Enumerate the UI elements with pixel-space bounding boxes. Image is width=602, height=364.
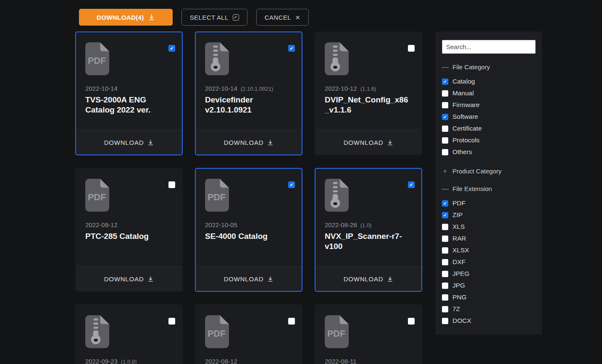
pdf-file-icon: PDF	[85, 42, 110, 76]
checkbox-icon	[442, 271, 448, 277]
download-icon	[387, 276, 393, 282]
filter-option-software[interactable]: Software	[442, 111, 536, 123]
selection-toolbar: DOWNLOAD(4) SELECT ALL CANCEL ×	[79, 9, 309, 26]
card-body[interactable]: 2022-10-14(2.10.1.0921) Devicefinder v2.…	[196, 32, 302, 130]
file-title: NVX_IP_Scanner-r7-v100	[325, 231, 411, 251]
filter-option-jpeg[interactable]: JPEG	[442, 268, 536, 280]
card-download-label: DOWNLOAD	[224, 139, 264, 146]
cancel-button[interactable]: CANCEL ×	[256, 9, 309, 26]
card-body[interactable]: 2022-10-12(1.1.6) DVIP_Net_Config_x86_v1…	[315, 32, 421, 130]
filter-option-others[interactable]: Others	[442, 146, 536, 158]
file-card-grid: PDF 2022-10-14 TVS-2000A ENG Catalog 202…	[75, 31, 422, 364]
filter-option-png[interactable]: PNG	[442, 291, 536, 303]
card-checkbox[interactable]	[288, 181, 295, 188]
file-card[interactable]: 2022-10-14(2.10.1.0921) Devicefinder v2.…	[195, 31, 302, 155]
checkbox-icon	[442, 137, 448, 144]
file-title: Devicefinder v2.10.1.0921	[205, 95, 292, 115]
pdf-file-icon: PDF	[85, 178, 110, 212]
file-card[interactable]: 2022-10-12(1.1.6) DVIP_Net_Config_x86_v1…	[315, 31, 422, 155]
filter-option-certificate[interactable]: Certificate	[442, 123, 536, 134]
select-all-button[interactable]: SELECT ALL	[181, 9, 247, 26]
card-download-button[interactable]: DOWNLOAD	[196, 130, 302, 155]
svg-text:PDF: PDF	[327, 328, 345, 339]
card-download-label: DOWNLOAD	[344, 139, 384, 146]
card-body[interactable]: PDF 2022-08-12	[196, 305, 302, 364]
download-icon	[147, 276, 154, 282]
card-checkbox[interactable]	[168, 45, 175, 52]
expand-icon: +	[442, 167, 448, 175]
card-download-button[interactable]: DOWNLOAD	[76, 266, 182, 291]
filter-option-firmware[interactable]: Firmware	[442, 99, 536, 111]
checkbox-icon	[442, 294, 448, 301]
checkbox-icon	[442, 318, 448, 324]
pdf-file-icon: PDF	[205, 178, 230, 212]
checkbox-icon	[442, 212, 448, 218]
filter-option-zip[interactable]: ZIP	[442, 209, 536, 221]
search-input[interactable]	[442, 40, 536, 54]
file-card[interactable]: 2022-08-26(1.0) NVX_IP_Scanner-r7-v100 D…	[315, 168, 422, 292]
file-card[interactable]: PDF 2022-08-12 DOWNLOAD	[195, 304, 302, 364]
file-version: (1.0)	[360, 222, 372, 228]
card-body[interactable]: PDF 2022-10-14 TVS-2000A ENG Catalog 202…	[76, 32, 182, 130]
pdf-file-icon: PDF	[325, 315, 350, 348]
select-all-checkbox-icon	[233, 14, 239, 21]
card-download-button[interactable]: DOWNLOAD	[315, 130, 421, 155]
card-body[interactable]: PDF 2022-08-11	[315, 305, 421, 364]
card-checkbox[interactable]	[288, 318, 295, 325]
checkbox-icon	[442, 114, 448, 120]
download-icon	[267, 276, 273, 282]
card-checkbox[interactable]	[408, 318, 415, 325]
filter-option-docx[interactable]: DOCX	[442, 315, 536, 327]
card-checkbox[interactable]	[408, 45, 415, 52]
card-checkbox[interactable]	[168, 318, 175, 325]
file-title: SE-4000 Catalog	[205, 231, 292, 241]
checkbox-icon	[442, 224, 448, 230]
checkbox-icon	[442, 79, 448, 85]
file-card[interactable]: PDF 2022-09-12 PTC-285 Catalog DOWNLOAD	[75, 168, 183, 292]
file-extension-list: PDF ZIP XLS RAR XLSX DXF JPEG JPG PNG 7Z…	[442, 197, 536, 327]
card-body[interactable]: PDF 2022-10-05 SE-4000 Catalog	[196, 169, 302, 266]
file-date: 2022-10-14	[85, 85, 118, 92]
checkbox-icon	[442, 126, 448, 132]
card-checkbox[interactable]	[288, 45, 295, 52]
close-icon: ×	[295, 13, 300, 21]
file-card[interactable]: PDF 2022-10-05 SE-4000 Catalog DOWNLOAD	[195, 168, 302, 292]
zip-file-icon	[85, 315, 110, 348]
filter-option-jpg[interactable]: JPG	[442, 280, 536, 291]
card-download-label: DOWNLOAD	[104, 139, 144, 146]
zip-file-icon	[325, 178, 350, 212]
section-heading-file-category[interactable]: — File Category	[442, 63, 536, 71]
filter-option-7z[interactable]: 7Z	[442, 303, 536, 315]
filter-option-xls[interactable]: XLS	[442, 221, 536, 233]
download-icon	[147, 139, 154, 146]
checkbox-icon	[442, 90, 448, 97]
checkbox-icon	[442, 247, 448, 254]
file-card[interactable]: PDF 2022-10-14 TVS-2000A ENG Catalog 202…	[75, 31, 183, 155]
filter-option-protocols[interactable]: Protocols	[442, 134, 536, 146]
filter-option-rar[interactable]: RAR	[442, 233, 536, 244]
select-all-label: SELECT ALL	[190, 14, 229, 21]
file-version: (1.1.6)	[360, 86, 376, 92]
card-download-button[interactable]: DOWNLOAD	[315, 266, 421, 291]
card-checkbox[interactable]	[168, 181, 175, 188]
filter-option-pdf[interactable]: PDF	[442, 197, 536, 209]
download-selected-button[interactable]: DOWNLOAD(4)	[79, 9, 173, 26]
filter-sidebar: — File Category Catalog Manual Firmware …	[436, 31, 542, 335]
card-body[interactable]: 2022-09-23(1.0.8)	[76, 305, 182, 364]
card-body[interactable]: 2022-08-26(1.0) NVX_IP_Scanner-r7-v100	[315, 169, 421, 266]
filter-option-dxf[interactable]: DXF	[442, 256, 536, 268]
filter-option-manual[interactable]: Manual	[442, 87, 536, 99]
card-download-button[interactable]: DOWNLOAD	[76, 130, 182, 155]
file-card[interactable]: PDF 2022-08-11 DOWNLOAD	[315, 304, 422, 364]
card-checkbox[interactable]	[408, 181, 415, 188]
file-date: 2022-10-05	[205, 221, 237, 228]
card-download-button[interactable]: DOWNLOAD	[196, 266, 302, 291]
filter-option-catalog[interactable]: Catalog	[442, 76, 536, 87]
card-body[interactable]: PDF 2022-09-12 PTC-285 Catalog	[76, 169, 182, 266]
filter-option-xlsx[interactable]: XLSX	[442, 244, 536, 256]
svg-text:PDF: PDF	[208, 328, 226, 339]
section-heading-file-extension[interactable]: — File Extension	[442, 185, 536, 193]
section-heading-product-category[interactable]: + Product Category	[442, 167, 536, 175]
svg-text:PDF: PDF	[88, 55, 106, 66]
file-card[interactable]: 2022-09-23(1.0.8) DOWNLOAD	[75, 304, 183, 364]
